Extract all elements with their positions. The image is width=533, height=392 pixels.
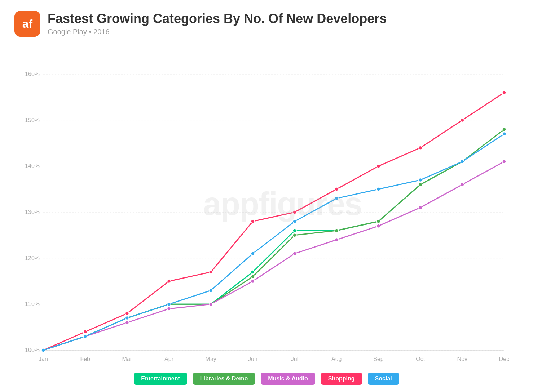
svg-text:110%: 110% [25,301,40,307]
svg-point-64 [83,330,87,334]
svg-point-47 [376,219,380,223]
svg-point-48 [419,183,422,186]
svg-point-86 [502,132,506,136]
svg-point-74 [502,91,506,94]
svg-text:140%: 140% [25,163,40,169]
svg-point-76 [83,335,87,338]
svg-text:120%: 120% [25,255,40,261]
svg-text:130%: 130% [25,209,40,215]
legend-item: Libraries & Demo [193,373,255,385]
svg-point-53 [125,321,129,324]
svg-point-55 [209,302,213,306]
legend-item: Entertainment [134,373,187,385]
svg-point-60 [419,206,422,209]
svg-point-32 [251,270,255,274]
svg-point-81 [293,219,296,223]
svg-text:100%: 100% [25,347,40,353]
chart-subtitle: Google Play • 2016 [48,28,387,36]
legend-item: Shopping [321,373,362,385]
svg-point-56 [251,279,255,283]
svg-text:150%: 150% [25,117,40,123]
svg-point-82 [335,197,338,200]
svg-point-45 [293,233,296,237]
svg-text:Jul: Jul [291,356,298,362]
svg-text:Apr: Apr [164,356,174,362]
svg-point-85 [461,160,464,163]
svg-point-57 [293,252,296,255]
svg-point-73 [461,119,464,122]
svg-point-33 [293,229,296,232]
svg-point-84 [419,178,422,182]
svg-point-65 [125,312,129,315]
svg-text:Dec: Dec [499,356,509,362]
header-text: Fastest Growing Categories By No. Of New… [48,11,387,36]
svg-point-54 [167,307,171,311]
chart-area: appfigures 100%110%120%130%140%150%160%J… [14,44,519,368]
svg-point-58 [335,238,338,242]
svg-point-77 [125,316,129,320]
svg-point-71 [376,164,380,168]
chart-svg: 100%110%120%130%140%150%160%JanFebMarApr… [14,44,519,368]
svg-text:Jun: Jun [248,356,257,362]
legend-item: Music & Audio [261,373,315,385]
svg-point-46 [335,229,338,232]
svg-point-59 [376,224,380,228]
svg-point-78 [167,302,171,306]
svg-text:Oct: Oct [416,356,425,362]
page-header: af Fastest Growing Categories By No. Of … [14,11,519,37]
chart-title: Fastest Growing Categories By No. Of New… [48,11,387,26]
svg-text:Aug: Aug [331,356,342,362]
svg-point-79 [209,289,213,292]
svg-point-67 [209,270,213,274]
svg-text:May: May [206,356,216,362]
app-logo: af [14,11,40,37]
svg-point-68 [251,219,255,223]
svg-point-83 [376,187,380,191]
legend-item: Social [368,373,399,385]
svg-point-75 [41,348,45,352]
svg-point-66 [167,279,171,283]
svg-text:Nov: Nov [457,356,467,362]
svg-text:Feb: Feb [80,356,90,362]
svg-text:Mar: Mar [122,356,132,362]
svg-point-69 [293,210,296,214]
svg-point-80 [251,252,255,255]
svg-point-72 [419,146,422,150]
svg-point-70 [335,187,338,191]
svg-text:Jan: Jan [39,356,48,362]
svg-point-62 [502,160,506,163]
svg-text:160%: 160% [25,71,40,77]
svg-text:Sep: Sep [373,356,384,362]
svg-point-44 [251,275,255,279]
logo-text: af [22,17,32,31]
svg-point-50 [502,128,506,131]
chart-legend: EntertainmentLibraries & DemoMusic & Aud… [14,373,519,385]
svg-point-61 [461,183,464,186]
